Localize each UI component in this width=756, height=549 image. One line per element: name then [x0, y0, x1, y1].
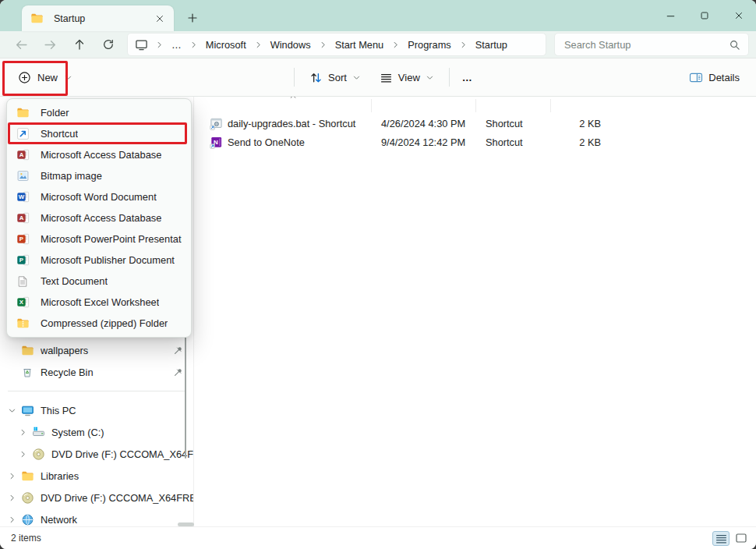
view-toggles — [712, 531, 750, 546]
chevron-down-icon — [426, 73, 434, 82]
sidebar-item[interactable]: wallpapers — [0, 339, 193, 361]
sidebar-item-label: This PC — [41, 405, 193, 416]
up-button[interactable] — [65, 34, 94, 56]
excel-icon: X — [16, 296, 30, 309]
toolbar-action[interactable] — [256, 64, 288, 90]
large-icons-view-toggle[interactable] — [733, 531, 750, 546]
details-view-toggle[interactable] — [712, 531, 730, 546]
file-explorer-window: Startup … — [0, 0, 756, 549]
sidebar-item-label: Network — [41, 514, 193, 526]
sidebar-item[interactable]: DVD Drive (F:) CCCOMA_X64FRE_EN-U — [0, 443, 193, 465]
chevron-right-icon — [189, 41, 198, 49]
sidebar-item[interactable]: Network — [0, 508, 193, 526]
sort-icon — [309, 71, 323, 84]
svg-text:A: A — [19, 151, 24, 158]
menu-item-label: Shortcut — [41, 128, 78, 140]
refresh-button[interactable] — [94, 34, 122, 56]
toolbar-separator — [294, 68, 295, 87]
file-row[interactable]: daily-upgrades.bat - Shortcut 4/26/2024 … — [200, 114, 756, 133]
zipfolder-icon — [16, 317, 30, 330]
menu-item-label: Microsoft Access Database — [41, 212, 161, 224]
toolbar-action[interactable] — [97, 64, 129, 90]
toolbar-action[interactable] — [161, 64, 193, 90]
toolbar-action[interactable] — [224, 64, 256, 90]
menu-item[interactable]: Compressed (zipped) Folder — [7, 313, 191, 334]
breadcrumb-item[interactable]: Windows — [265, 37, 316, 53]
this-pc-icon[interactable] — [135, 38, 148, 51]
menu-item[interactable]: Bitmap image — [7, 165, 191, 186]
network-icon — [21, 513, 37, 526]
bitmap-icon — [16, 169, 30, 182]
view-button[interactable]: View — [372, 66, 442, 90]
column-header[interactable] — [200, 99, 372, 112]
details-pane-button[interactable]: Details — [682, 67, 747, 88]
tab-startup[interactable]: Startup — [22, 5, 174, 31]
column-header[interactable] — [372, 99, 476, 112]
breadcrumb-item[interactable]: Startup — [470, 37, 513, 53]
menu-item[interactable]: Shortcut — [7, 123, 191, 144]
new-button[interactable]: New — [9, 66, 81, 90]
sidebar-item[interactable]: DVD Drive (F:) CCCOMA_X64FRE_EN-US_ — [0, 487, 193, 508]
toolbar-action[interactable] — [193, 64, 224, 90]
sidebar-item[interactable]: This PC — [0, 399, 193, 421]
menu-item[interactable]: Folder — [7, 102, 191, 123]
sidebar-scrollbar[interactable] — [185, 337, 186, 459]
sort-button[interactable]: Sort — [302, 66, 369, 90]
sidebar-item[interactable]: Libraries — [0, 465, 193, 487]
address-bar[interactable]: … Microsoft Windows Start Menu — [127, 33, 546, 56]
menu-item[interactable]: Text Document — [7, 271, 191, 292]
chevron-right-small-icon[interactable] — [19, 450, 32, 459]
chevron-right-small-icon[interactable] — [8, 515, 21, 524]
details-label: Details — [708, 72, 740, 83]
see-more-button[interactable]: … — [455, 65, 480, 90]
access-icon: A — [16, 148, 30, 161]
content-area: wallpapers Recycle Bin This PC — [0, 97, 756, 526]
file-type: Shortcut — [476, 118, 551, 129]
sidebar-item[interactable]: System (C:) — [0, 421, 193, 443]
sidebar-item-label: wallpapers — [41, 345, 168, 356]
forward-button[interactable] — [36, 34, 65, 56]
tab-label: Startup — [54, 13, 150, 24]
chevron-down-small-icon[interactable] — [8, 406, 21, 415]
svg-text:P: P — [19, 257, 23, 264]
titlebar: Startup — [0, 0, 756, 31]
close-button[interactable] — [722, 0, 756, 31]
file-rows: daily-upgrades.bat - Shortcut 4/26/2024 … — [200, 114, 756, 151]
svg-text:P: P — [19, 236, 23, 243]
maximize-button[interactable] — [687, 0, 722, 31]
menu-item[interactable]: A Microsoft Access Database — [7, 144, 191, 165]
sidebar-item[interactable]: Recycle Bin — [0, 361, 193, 383]
breadcrumb-item[interactable]: Microsoft — [200, 37, 252, 53]
sidebar-item-label: DVD Drive (F:) CCCOMA_X64FRE_EN-U — [51, 448, 193, 460]
folder-icon — [21, 344, 37, 357]
breadcrumb-item[interactable]: Start Menu — [330, 37, 390, 53]
search-box[interactable] — [554, 33, 749, 56]
column-header[interactable] — [551, 99, 609, 112]
file-row[interactable]: N Send to OneNote 9/4/2024 12:42 PM Shor… — [200, 133, 756, 151]
folder-icon — [16, 106, 30, 119]
back-button[interactable] — [7, 34, 36, 56]
menu-item[interactable]: P Microsoft PowerPoint Presentation — [7, 228, 191, 250]
menu-item[interactable]: X Microsoft Excel Worksheet — [7, 292, 191, 313]
search-input[interactable] — [563, 38, 724, 51]
new-tab-button[interactable] — [181, 6, 204, 30]
folder-icon — [30, 12, 47, 25]
breadcrumb-item[interactable]: Programs — [402, 37, 456, 53]
menu-item[interactable]: W Microsoft Word Document — [7, 186, 191, 207]
chevron-right-small-icon[interactable] — [8, 494, 21, 502]
chevron-right-small-icon[interactable] — [8, 472, 21, 480]
column-header[interactable] — [476, 99, 551, 112]
tab-close-icon[interactable] — [150, 9, 169, 28]
sidebar-item-label: Libraries — [41, 470, 193, 482]
menu-item[interactable]: P Microsoft Publisher Document — [7, 250, 191, 271]
minimize-button[interactable] — [653, 0, 687, 31]
toolbar-separator — [449, 68, 450, 87]
sort-label: Sort — [328, 72, 347, 83]
toolbar-action[interactable] — [129, 64, 161, 90]
file-date: 4/26/2024 4:30 PM — [372, 118, 476, 129]
menu-item-label: Folder — [41, 107, 69, 119]
toolbar: New Sort View — [0, 58, 756, 97]
breadcrumb-item[interactable]: … — [166, 37, 187, 53]
chevron-right-small-icon[interactable] — [19, 428, 32, 437]
menu-item[interactable]: A Microsoft Access Database — [7, 207, 191, 228]
